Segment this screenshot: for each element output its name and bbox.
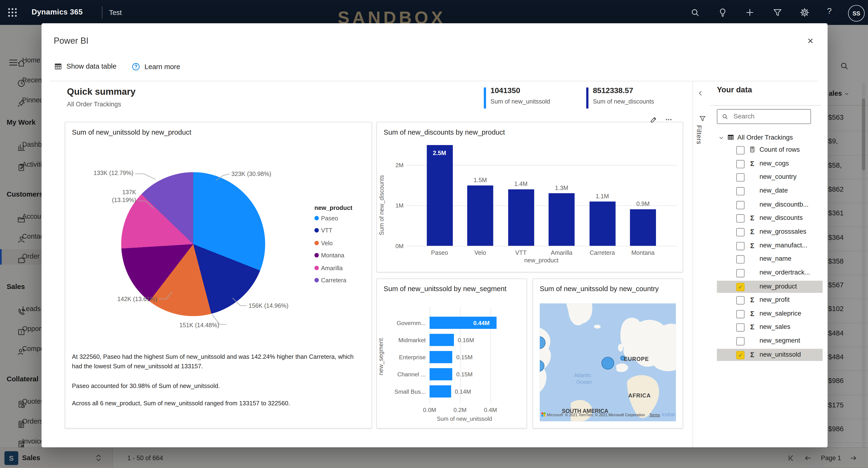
lightbulb-icon[interactable] [717,7,728,18]
close-icon[interactable]: ✕ [804,35,816,47]
settings-gear-icon[interactable] [799,7,810,18]
sigma-icon: Σ [748,159,756,168]
field-checkbox[interactable] [736,160,745,168]
pie-chart[interactable] [121,172,265,316]
field-checkbox[interactable] [736,146,745,155]
bar-value-label: 0.44M [473,319,490,326]
field-checkbox[interactable] [736,324,745,332]
legend-item-montana[interactable]: Montana [321,252,344,258]
pie-chart-title: Sum of new_unitssold by new_product [72,128,191,137]
field-label: new_country [760,173,797,181]
field-checkbox[interactable] [736,242,745,250]
field-checkbox[interactable] [736,214,745,223]
avatar[interactable]: SS [848,5,865,21]
search-icon[interactable] [690,7,700,18]
environment-name[interactable]: Test [109,8,122,17]
bar-vtt[interactable] [508,189,534,246]
collapse-pane-icon[interactable] [697,90,705,98]
add-icon[interactable] [745,7,755,18]
svg-text:© 2021 TomTom, © 2021 Microsof: © 2021 TomTom, © 2021 Microsoft Corporat… [565,413,645,417]
field-label: new_manufact... [760,241,807,249]
more-options-icon[interactable] [664,115,673,124]
search-input[interactable] [733,112,807,121]
legend-item-carretera[interactable]: Carretera [321,277,346,283]
legend-item-vtt[interactable]: VTT [321,227,332,234]
map-attribution: Microsoft © 2021 TomTom, © 2021 Microsof… [541,412,660,417]
narrative-line: At 322560, Paseo had the highest Sum of … [72,352,361,370]
x-tick: 0.2M [449,406,471,413]
gridline [406,246,677,246]
filter-icon[interactable] [772,7,783,18]
pie-data-label: 156K (14.96%) [249,302,315,310]
power-bi-dialog: Power BI ✕ Show data table Learn more Qu… [41,23,828,447]
dataset-name: All Order Trackings [737,133,793,141]
sigma-icon: Σ [748,241,756,250]
field-checkbox[interactable] [736,337,745,345]
bar-paseo[interactable] [426,145,453,246]
y-tick: 0M [390,243,404,249]
svg-text:Ocean: Ocean [576,379,592,385]
x-tick: 0.0M [418,406,441,413]
legend-dot [314,228,319,233]
bar-value-label: 1.3M [545,185,578,191]
x-category-label: Paseo [420,249,459,256]
bar-enterprise[interactable] [430,351,452,363]
field-checkbox[interactable]: ✓ [736,351,745,359]
show-data-table-button[interactable]: Show data table [54,62,116,71]
bar-value-label: 0.15M [456,353,473,360]
field-label: new_segment [760,337,800,345]
x-category-label: Velo [461,249,499,256]
summary-title: Quick summary [67,87,135,97]
field-checkbox[interactable] [736,228,745,236]
field-checkbox[interactable] [736,173,745,182]
map-label-atlantic: Atlantic [574,372,591,378]
edit-visual-pencil-icon[interactable] [649,115,658,124]
field-checkbox[interactable] [736,255,745,263]
y-category-label: Small Bus... [384,388,426,395]
field-checkbox[interactable] [736,296,745,305]
search-box[interactable] [717,109,811,124]
divider [50,81,818,81]
legend-item-amarilla[interactable]: Amarilla [321,264,343,271]
app-title[interactable]: Dynamics 365 [32,8,83,16]
dialog-title: Power BI [54,36,89,46]
bar-value-label: 0.16M [458,336,474,343]
legend-item-paseo[interactable]: Paseo [321,215,338,222]
bar-midmarket[interactable] [430,334,454,346]
field-checkbox[interactable]: ✓ [736,283,745,291]
legend-item-velo[interactable]: Velo [321,240,333,246]
sigma-icon: Σ [748,350,756,359]
y-category-label: Governm... [384,319,426,326]
waffle-icon[interactable] [7,7,18,18]
filters-pane-label[interactable]: Filters [696,125,703,144]
field-checkbox[interactable] [736,200,745,209]
field-checkbox[interactable] [736,187,745,195]
bar-velo[interactable] [467,185,493,246]
bar-amarilla[interactable] [549,193,575,246]
field-checkbox[interactable] [736,310,745,318]
pie-data-label: 137K(13.19%) [75,188,136,204]
map-visual[interactable]: EUROPE AFRICA SOUTH AMERICA Atlantic Oce… [540,304,676,422]
sigma-icon: Σ [748,214,756,223]
segment-chart-title: Sum of new_unitssold by new_segment [384,284,508,293]
bar-value-label: 0.15M [456,371,473,377]
bar-carretera[interactable] [589,201,615,246]
map-label-africa: AFRICA [628,393,651,399]
legend-title: new_product [314,204,352,211]
filters-funnel-icon[interactable] [699,115,706,123]
bar-value-label: 2.5M [423,149,456,156]
field-label: new_saleprice [760,309,801,317]
x-axis-title: Sum of new_unitssold [417,416,512,422]
learn-more-link[interactable]: Learn more [131,62,180,71]
x-tick: 0.4M [479,406,501,413]
chevron-down-icon[interactable] [718,135,724,141]
bar-value-label: 0.14M [455,388,471,395]
bar-small-bus-[interactable] [430,385,451,398]
bar-channel-[interactable] [430,368,452,380]
field-checkbox[interactable] [736,269,745,277]
y-tick: 1M [390,202,404,209]
bar-montana[interactable] [630,210,656,246]
kpi-accent-bar [586,87,588,108]
help-icon[interactable]: ? [827,6,837,17]
pie-data-label: 323K (30.98%) [231,170,298,178]
